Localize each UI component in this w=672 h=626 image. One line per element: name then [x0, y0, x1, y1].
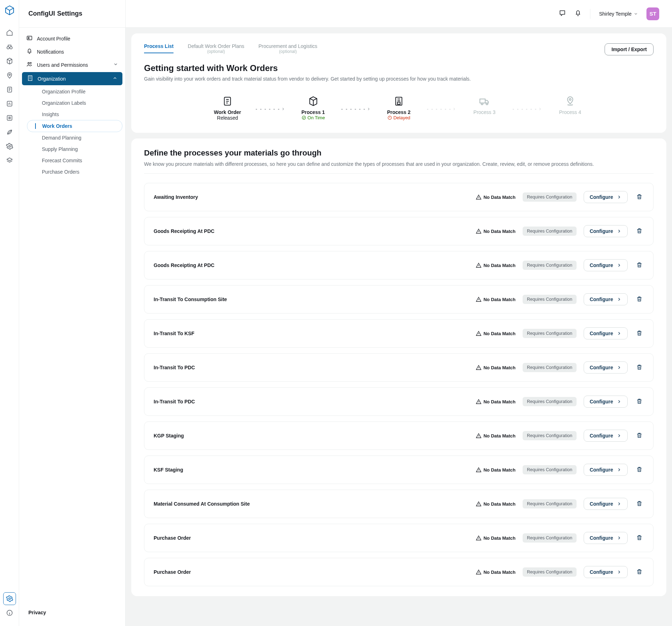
process-name: KSF Staging	[154, 467, 469, 473]
delete-button[interactable]	[635, 431, 644, 441]
delete-button[interactable]	[635, 328, 644, 339]
chevron-right-icon	[617, 365, 622, 370]
rail-home-icon[interactable]	[4, 27, 16, 39]
process-name: Goods Receipting At PDC	[154, 228, 469, 234]
step-process-2: Process 2 Delayed	[376, 96, 422, 120]
side-item-notifications[interactable]: Notifications	[19, 45, 125, 58]
configure-button[interactable]: Configure	[584, 396, 628, 408]
svg-point-21	[486, 103, 488, 105]
side-footer-privacy[interactable]: Privacy	[19, 603, 125, 610]
requires-config-badge: Requires Configuration	[523, 261, 577, 270]
side-item-account-profile[interactable]: Account Profile	[19, 32, 125, 45]
user-menu[interactable]: Shirley Temple	[599, 11, 638, 17]
clipboard-icon	[204, 96, 250, 107]
tab-procurement-logistics[interactable]: Procurement and Logistics (optional)	[259, 43, 318, 54]
process-row: Purchase OrderNo Data MatchRequires Conf…	[144, 524, 654, 552]
warning-icon	[476, 262, 481, 268]
configure-button[interactable]: Configure	[584, 532, 628, 544]
svg-point-15	[302, 116, 305, 120]
status-label: Delayed	[393, 115, 411, 120]
delete-button[interactable]	[635, 260, 644, 271]
side-item-users-permissions[interactable]: Users and Permissions	[19, 58, 125, 71]
rail-leaf-icon[interactable]	[4, 126, 16, 138]
svg-point-6	[9, 146, 10, 147]
rail-cube-icon[interactable]	[4, 55, 16, 67]
tab-default-plans[interactable]: Default Work Order Plans (optional)	[188, 43, 244, 54]
configure-button[interactable]: Configure	[584, 191, 628, 203]
rail-binoculars-icon[interactable]	[4, 41, 16, 53]
rail-gear-icon[interactable]	[4, 140, 16, 152]
configure-button[interactable]: Configure	[584, 430, 628, 442]
define-title: Define the processes your materials go t…	[144, 148, 654, 158]
warning-icon	[476, 194, 481, 200]
configure-button[interactable]: Configure	[584, 498, 628, 510]
delete-button[interactable]	[635, 533, 644, 543]
configure-button[interactable]: Configure	[584, 361, 628, 374]
delete-button[interactable]	[635, 465, 644, 475]
import-export-button[interactable]: Import / Export	[605, 43, 654, 55]
sub-item-demand-planning[interactable]: Demand Planning	[24, 132, 125, 143]
process-row: Material Consumed At Consumption SiteNo …	[144, 490, 654, 518]
requires-config-badge: Requires Configuration	[523, 533, 577, 543]
rail-list-icon[interactable]	[4, 112, 16, 124]
map-pin-icon	[547, 96, 593, 107]
trash-icon	[636, 228, 643, 234]
sub-item-organization-labels[interactable]: Organization Labels	[24, 97, 125, 109]
rail-map-pin-icon[interactable]	[4, 69, 16, 81]
rail-clipboard-icon[interactable]	[4, 83, 16, 96]
configure-button[interactable]: Configure	[584, 464, 628, 476]
configure-button[interactable]: Configure	[584, 259, 628, 271]
configure-button[interactable]: Configure	[584, 327, 628, 339]
sub-item-organization-profile[interactable]: Organization Profile	[24, 86, 125, 97]
configure-button[interactable]: Configure	[584, 293, 628, 305]
svg-point-20	[481, 103, 483, 105]
icon-rail	[0, 0, 19, 610]
rail-analytics-icon[interactable]	[4, 98, 16, 110]
step-process-3: Process 3	[461, 96, 507, 115]
configure-button[interactable]: Configure	[584, 566, 628, 578]
delete-button[interactable]	[635, 397, 644, 407]
svg-point-1	[10, 47, 12, 49]
rail-info-icon[interactable]	[4, 607, 16, 610]
tab-label: Procurement and Logistics	[259, 43, 318, 49]
chevron-right-icon	[617, 263, 622, 268]
delete-button[interactable]	[635, 226, 644, 236]
step-status: On Time	[290, 115, 336, 120]
trash-icon	[636, 568, 643, 575]
tab-process-list[interactable]: Process List	[144, 43, 173, 53]
main-content: Process List Default Work Order Plans (o…	[126, 0, 672, 610]
configure-button[interactable]: Configure	[584, 225, 628, 237]
bell-icon[interactable]	[574, 10, 582, 18]
delete-button[interactable]	[635, 363, 644, 373]
step-label: Work Order	[204, 109, 250, 115]
rail-layers-icon[interactable]	[4, 154, 16, 167]
sub-item-work-orders[interactable]: Work Orders	[27, 120, 122, 132]
rail-settings-icon[interactable]	[4, 593, 16, 605]
svg-point-2	[9, 74, 10, 75]
delete-button[interactable]	[635, 567, 644, 577]
delete-button[interactable]	[635, 192, 644, 202]
sub-item-supply-planning[interactable]: Supply Planning	[24, 143, 125, 155]
no-data-match: No Data Match	[476, 569, 516, 575]
chevron-right-icon	[617, 467, 622, 472]
side-panel: ConfigUI Settings Account Profile Notifi…	[19, 0, 126, 610]
process-name: In-Transit To KSF	[154, 331, 469, 336]
alert-circle-icon	[387, 115, 392, 120]
delete-button[interactable]	[635, 499, 644, 509]
requires-config-badge: Requires Configuration	[523, 363, 577, 372]
cube-icon	[290, 96, 336, 107]
sub-item-insights[interactable]: Insights	[24, 109, 125, 120]
building-icon	[27, 75, 33, 82]
process-name: Awaiting Inventory	[154, 194, 469, 200]
delete-button[interactable]	[635, 294, 644, 305]
avatar[interactable]: ST	[646, 7, 659, 20]
svg-point-12	[30, 62, 31, 64]
side-item-label: Notifications	[37, 49, 64, 55]
sub-item-purchase-orders[interactable]: Purchase Orders	[24, 166, 125, 178]
side-item-organization[interactable]: Organization	[22, 72, 122, 85]
feedback-icon[interactable]	[559, 10, 566, 18]
step-label: Process 1	[290, 109, 336, 115]
define-subtitle: We know you procure materials with diffe…	[144, 161, 654, 167]
svg-rect-13	[28, 76, 32, 81]
sub-item-forecast-commits[interactable]: Forecast Commits	[24, 155, 125, 166]
